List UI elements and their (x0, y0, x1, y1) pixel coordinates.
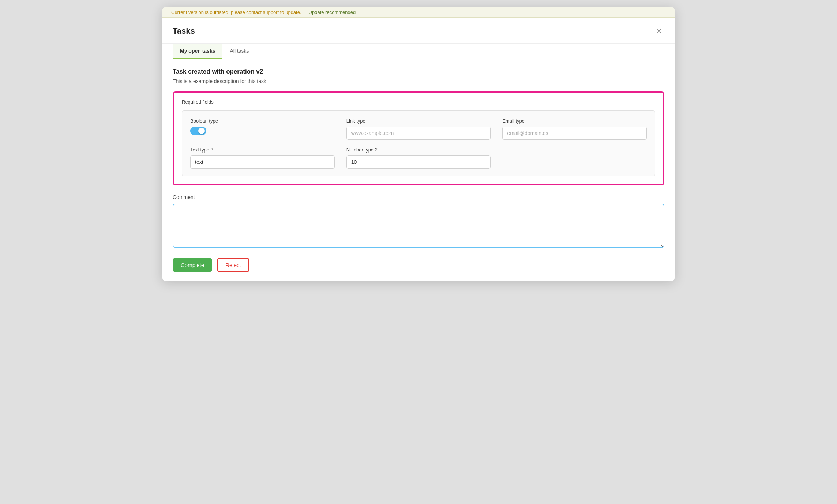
number2-input[interactable] (346, 155, 491, 169)
top-banner: Current version is outdated, please cont… (162, 7, 675, 18)
boolean-toggle-container (190, 127, 335, 135)
fields-row-1: Boolean type Link type (190, 118, 647, 140)
action-buttons: Complete Reject (173, 258, 664, 272)
boolean-toggle[interactable] (190, 127, 206, 135)
modal-header: Tasks × (162, 18, 675, 44)
email-input[interactable] (502, 127, 647, 140)
tabs-container: My open tasks All tasks (162, 44, 675, 59)
banner-warning-text: Current version is outdated, please cont… (171, 10, 301, 15)
text3-field-label: Text type 3 (190, 147, 335, 153)
number2-field-label: Number type 2 (346, 147, 491, 153)
comment-textarea[interactable] (173, 204, 664, 248)
email-field-label: Email type (502, 118, 647, 124)
text3-field-group: Text type 3 (190, 147, 335, 169)
link-input[interactable] (346, 127, 491, 140)
link-field-group: Link type (346, 118, 491, 140)
task-description: This is a example description for this t… (173, 78, 664, 84)
required-fields-section: Required fields Boolean type (173, 91, 664, 185)
tab-my-open-tasks[interactable]: My open tasks (173, 44, 222, 59)
toggle-thumb (198, 128, 205, 134)
reject-button[interactable]: Reject (217, 258, 249, 272)
comment-label: Comment (173, 194, 664, 200)
close-button[interactable]: × (654, 25, 664, 37)
complete-button[interactable]: Complete (173, 258, 212, 272)
modal-content: Task created with operation v2 This is a… (162, 59, 675, 281)
banner-info-text: Update recommended (309, 10, 356, 15)
link-field-label: Link type (346, 118, 491, 124)
tab-all-tasks[interactable]: All tasks (222, 44, 256, 59)
boolean-field-label: Boolean type (190, 118, 335, 124)
text3-input[interactable] (190, 155, 335, 169)
email-field-group: Email type (502, 118, 647, 140)
comment-section: Comment (173, 194, 664, 249)
task-title: Task created with operation v2 (173, 68, 664, 75)
boolean-field-group: Boolean type (190, 118, 335, 135)
fields-grid: Boolean type Link type (182, 110, 655, 176)
modal-title: Tasks (173, 26, 195, 36)
fields-row-2: Text type 3 Number type 2 (190, 147, 647, 169)
number2-field-group: Number type 2 (346, 147, 491, 169)
required-fields-label: Required fields (182, 99, 655, 105)
modal-container: Current version is outdated, please cont… (162, 7, 675, 281)
